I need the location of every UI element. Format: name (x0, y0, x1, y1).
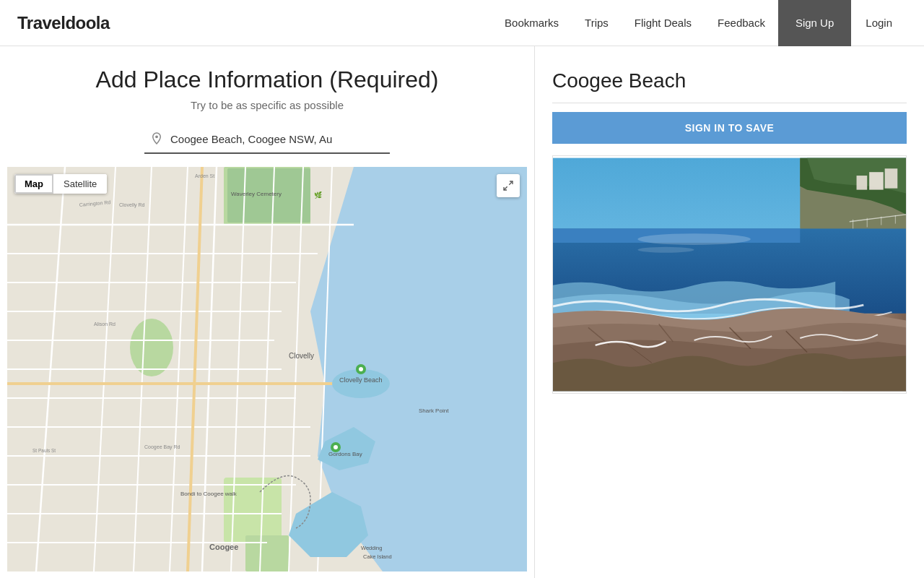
svg-text:Wedding: Wedding (361, 545, 382, 551)
header: Traveldoola Bookmarks Trips Flight Deals… (0, 0, 924, 46)
svg-text:Coogee: Coogee (209, 543, 238, 551)
svg-text:Bondi to Coogee walk: Bondi to Coogee walk (180, 491, 237, 497)
nav-trips[interactable]: Trips (572, 0, 622, 46)
svg-line-2 (504, 186, 507, 190)
svg-rect-69 (857, 176, 868, 190)
page-subtitle: Try to be as specific as possible (191, 99, 344, 111)
svg-point-5 (130, 319, 173, 376)
svg-text:Clovelly: Clovelly (289, 352, 314, 360)
search-box (144, 126, 390, 154)
svg-text:Coogee Bay Rd: Coogee Bay Rd (144, 444, 180, 450)
map-tab-satellite[interactable]: Satellite (53, 174, 107, 194)
place-photo (552, 155, 907, 394)
map-container[interactable]: Map Satellite (7, 167, 527, 571)
svg-text:Clovelly Beach: Clovelly Beach (339, 376, 383, 384)
place-name: Coogee Beach (552, 69, 907, 103)
svg-text:Cake Island: Cake Island (363, 553, 392, 560)
location-icon (150, 131, 163, 148)
svg-point-49 (359, 367, 363, 371)
map-svg: Clovelly Beach Gordons Bay Bondi to Coog… (7, 167, 527, 571)
main-layout: Add Place Information (Required) Try to … (0, 46, 924, 578)
svg-point-0 (155, 135, 158, 138)
logo: Traveldoola (17, 13, 110, 33)
svg-rect-7 (245, 535, 289, 571)
sign-in-to-save-button[interactable]: SIGN IN TO SAVE (552, 112, 907, 144)
map-tab-map[interactable]: Map (14, 174, 53, 194)
svg-text:Waverley Cemetery: Waverley Cemetery (231, 191, 282, 197)
svg-text:Gordons Bay: Gordons Bay (328, 451, 362, 457)
svg-text:St Pauls St: St Pauls St (32, 448, 56, 453)
svg-text:Arden St: Arden St (195, 173, 214, 178)
page-title: Add Place Information (Required) (96, 66, 439, 93)
svg-point-51 (334, 445, 338, 449)
svg-rect-70 (869, 172, 884, 189)
nav-flight-deals[interactable]: Flight Deals (622, 0, 705, 46)
nav-bookmarks[interactable]: Bookmarks (492, 0, 572, 46)
nav-feedback[interactable]: Feedback (705, 0, 778, 46)
map-fullscreen-button[interactable] (497, 174, 520, 197)
left-panel: Add Place Information (Required) Try to … (0, 46, 534, 578)
svg-text:Shark Point: Shark Point (419, 407, 449, 414)
nav-login[interactable]: Login (851, 0, 907, 46)
nav-signup[interactable]: Sign Up (778, 0, 851, 46)
svg-text:Alison Rd: Alison Rd (94, 322, 116, 327)
map-toggle: Map Satellite (14, 174, 107, 194)
place-search-input[interactable] (144, 126, 390, 154)
svg-rect-71 (885, 168, 898, 188)
svg-point-72 (637, 233, 750, 245)
svg-point-73 (637, 247, 694, 253)
svg-text:Clovelly Rd: Clovelly Rd (119, 202, 145, 208)
svg-line-1 (509, 181, 513, 185)
nav: Bookmarks Trips Flight Deals Feedback Si… (492, 0, 907, 46)
right-panel: Coogee Beach SIGN IN TO SAVE (534, 46, 924, 578)
svg-text:🌿: 🌿 (314, 191, 323, 199)
